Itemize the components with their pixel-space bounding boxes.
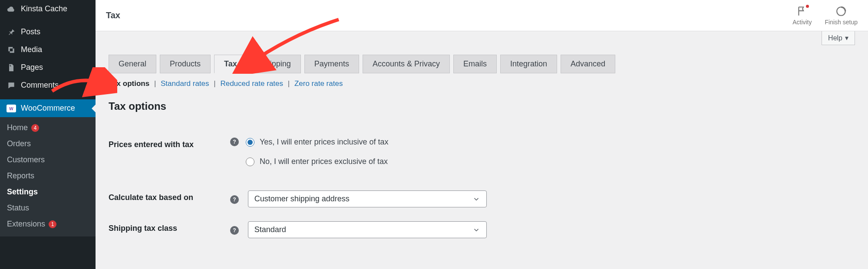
admin-sidebar: Kinsta Cache Posts Media Pages Comments … <box>0 0 96 269</box>
sidebar-item-label: Posts <box>21 27 40 36</box>
finish-setup-button[interactable]: Finish setup <box>825 6 858 26</box>
sidebar-item-comments[interactable]: Comments <box>0 76 96 94</box>
sub-item-label: Reports <box>7 171 34 180</box>
shipping-class-label: Shipping tax class <box>109 221 230 238</box>
sub-item-status[interactable]: Status <box>0 200 96 216</box>
sub-item-label: Home <box>7 123 28 132</box>
pin-icon <box>6 28 17 36</box>
radio-inclusive[interactable]: Yes, I will enter prices inclusive of ta… <box>246 138 388 147</box>
activity-label: Activity <box>792 19 812 26</box>
page-icon <box>6 63 17 72</box>
select-value: Standard <box>254 225 286 234</box>
help-tooltip-icon[interactable]: ? <box>230 226 239 235</box>
sub-item-label: Settings <box>7 187 38 197</box>
chevron-down-icon: ▾ <box>845 34 848 42</box>
sidebar-item-label: Kinsta Cache <box>21 4 67 13</box>
sidebar-item-media[interactable]: Media <box>0 41 96 59</box>
sub-item-reports[interactable]: Reports <box>0 168 96 184</box>
sub-item-label: Customers <box>7 155 45 164</box>
radio-input-exclusive[interactable] <box>246 157 254 166</box>
tab-products[interactable]: Products <box>160 55 211 73</box>
tab-shipping[interactable]: Shipping <box>251 55 301 73</box>
content-area: Help ▾ General Products Tax Shipping Pay… <box>96 31 868 269</box>
flag-icon <box>796 6 808 17</box>
progress-icon <box>835 6 847 17</box>
select-value: Customer shipping address <box>254 194 350 203</box>
calc-select[interactable]: Customer shipping address <box>248 190 487 207</box>
badge: 4 <box>31 124 39 132</box>
radio-input-inclusive[interactable] <box>246 138 254 147</box>
tab-emails[interactable]: Emails <box>453 55 497 73</box>
sidebar-item-pages[interactable]: Pages <box>0 59 96 76</box>
sidebar-submenu: Home 4 Orders Customers Reports Settings… <box>0 117 96 236</box>
sub-item-label: Status <box>7 203 29 213</box>
form-heading: Tax options <box>109 100 855 112</box>
notification-dot <box>806 5 809 8</box>
chevron-down-icon <box>472 226 480 234</box>
section-link-standard[interactable]: Standard rates <box>161 79 209 88</box>
shipping-class-select[interactable]: Standard <box>248 221 487 238</box>
sub-item-home[interactable]: Home 4 <box>0 120 96 136</box>
section-nav: Tax options | Standard rates | Reduced r… <box>109 79 855 88</box>
calc-label: Calculate tax based on <box>109 190 230 207</box>
badge: 1 <box>49 220 56 228</box>
radio-label: Yes, I will enter prices inclusive of ta… <box>260 138 388 147</box>
sidebar-item-posts[interactable]: Posts <box>0 23 96 41</box>
tab-accounts-privacy[interactable]: Accounts & Privacy <box>363 55 450 73</box>
page-header: Tax Activity Finish setup <box>96 0 868 31</box>
tab-general[interactable]: General <box>109 55 156 73</box>
page-title: Tax <box>106 10 120 20</box>
sub-item-label: Orders <box>7 139 31 148</box>
help-tab[interactable]: Help ▾ <box>822 31 855 45</box>
sub-item-customers[interactable]: Customers <box>0 152 96 168</box>
tab-tax[interactable]: Tax <box>214 55 247 73</box>
section-separator: | <box>285 79 292 88</box>
radio-label: No, I will enter prices exclusive of tax <box>260 157 388 166</box>
section-link-zero[interactable]: Zero rate rates <box>294 79 343 88</box>
cloud-icon <box>6 5 17 13</box>
sidebar-item-kinsta-cache[interactable]: Kinsta Cache <box>0 0 96 18</box>
settings-tabs: General Products Tax Shipping Payments A… <box>109 55 855 73</box>
sidebar-item-label: Media <box>21 45 42 54</box>
tab-advanced[interactable]: Advanced <box>561 55 615 73</box>
sidebar-item-woocommerce[interactable]: w WooCommerce <box>0 99 96 117</box>
section-current: Tax options <box>109 79 149 88</box>
sidebar-item-label: WooCommerce <box>21 104 75 113</box>
sub-item-label: Extensions <box>7 220 45 229</box>
help-tooltip-icon[interactable]: ? <box>230 138 239 146</box>
sidebar-item-label: Comments <box>21 81 59 90</box>
woo-icon: w <box>6 105 17 112</box>
finish-label: Finish setup <box>825 19 858 26</box>
sidebar-item-label: Pages <box>21 63 43 72</box>
tax-form: Prices entered with tax ? Yes, I will en… <box>109 124 855 252</box>
help-label: Help <box>828 34 842 42</box>
tab-integration[interactable]: Integration <box>500 55 557 73</box>
radio-exclusive[interactable]: No, I will enter prices exclusive of tax <box>246 157 388 166</box>
sub-item-extensions[interactable]: Extensions 1 <box>0 216 96 232</box>
sub-item-settings[interactable]: Settings <box>0 184 96 200</box>
tab-payments[interactable]: Payments <box>304 55 359 73</box>
media-icon <box>6 46 17 54</box>
help-tooltip-icon[interactable]: ? <box>230 195 239 204</box>
activity-button[interactable]: Activity <box>792 6 812 26</box>
section-separator: | <box>152 79 158 88</box>
chevron-down-icon <box>472 195 480 203</box>
comment-icon <box>6 81 17 90</box>
sub-item-orders[interactable]: Orders <box>0 136 96 152</box>
section-link-reduced[interactable]: Reduced rate rates <box>220 79 283 88</box>
section-separator: | <box>211 79 218 88</box>
prices-label: Prices entered with tax <box>109 138 230 177</box>
